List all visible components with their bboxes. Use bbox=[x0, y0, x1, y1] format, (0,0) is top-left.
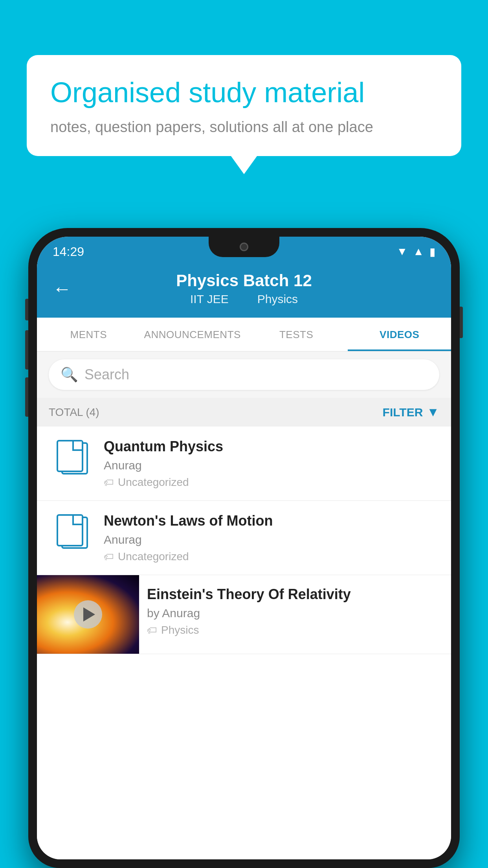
page-front bbox=[57, 514, 83, 546]
header-subtitle-part1: IIT JEE bbox=[190, 292, 229, 305]
speech-bubble-title: Organised study material bbox=[50, 75, 438, 109]
tab-videos[interactable]: VIDEOS bbox=[348, 318, 451, 351]
phone-shell: 14:29 ▼ ▲ ▮ ← Physics Batch 12 IIT JEE P… bbox=[28, 228, 460, 868]
total-label: TOTAL (4) bbox=[49, 406, 99, 419]
filter-funnel-icon: ▼ bbox=[427, 405, 439, 419]
header-title: Physics Batch 12 bbox=[176, 271, 312, 290]
back-button[interactable]: ← bbox=[53, 278, 72, 300]
video-list: Quantum Physics Anurag 🏷 Uncategorized bbox=[37, 427, 451, 859]
play-triangle-icon bbox=[83, 607, 95, 622]
page-front bbox=[57, 440, 83, 472]
tag-icon: 🏷 bbox=[147, 624, 157, 636]
folder-icon bbox=[57, 440, 88, 474]
video-author: by Anurag bbox=[147, 607, 443, 620]
search-container: 🔍 Search bbox=[37, 351, 451, 398]
signal-icon: ▲ bbox=[413, 245, 424, 258]
search-icon: 🔍 bbox=[61, 366, 78, 383]
document-icon-container bbox=[49, 440, 96, 474]
video-tag: 🏷 Uncategorized bbox=[104, 476, 439, 489]
tag-text: Uncategorized bbox=[118, 476, 189, 489]
filter-label: FILTER bbox=[383, 406, 423, 419]
header-subtitle: IIT JEE Physics bbox=[176, 292, 312, 306]
video-tag: 🏷 Physics bbox=[147, 624, 443, 636]
video-info: Quantum Physics Anurag 🏷 Uncategorized bbox=[104, 438, 439, 489]
tag-text: Physics bbox=[161, 624, 199, 636]
status-time: 14:29 bbox=[53, 245, 84, 259]
list-item[interactable]: Einstein's Theory Of Relativity by Anura… bbox=[37, 575, 451, 654]
video-author: Anurag bbox=[104, 533, 439, 546]
play-button[interactable] bbox=[74, 600, 102, 629]
search-bar[interactable]: 🔍 Search bbox=[49, 359, 439, 390]
header-bar-inner: ← Physics Batch 12 IIT JEE Physics bbox=[53, 271, 435, 306]
video-title: Newton's Laws of Motion bbox=[104, 513, 439, 529]
tab-bar: MENTS ANNOUNCEMENTS TESTS VIDEOS bbox=[37, 318, 451, 351]
notch bbox=[209, 237, 279, 257]
speech-bubble-container: Organised study material notes, question… bbox=[27, 55, 461, 156]
speech-bubble-subtitle: notes, question papers, solutions all at… bbox=[50, 119, 438, 136]
document-icon-container bbox=[49, 514, 96, 549]
header-subtitle-separator bbox=[241, 292, 248, 305]
front-camera bbox=[240, 243, 248, 251]
speech-bubble: Organised study material notes, question… bbox=[27, 55, 461, 156]
list-item[interactable]: Quantum Physics Anurag 🏷 Uncategorized bbox=[37, 427, 451, 501]
tag-icon: 🏷 bbox=[104, 551, 114, 563]
thumbnail-container bbox=[37, 575, 139, 654]
phone-side-btn-left2 bbox=[25, 330, 28, 370]
wifi-icon: ▼ bbox=[397, 245, 408, 258]
video-author: Anurag bbox=[104, 459, 439, 472]
tag-icon: 🏷 bbox=[104, 476, 114, 489]
phone-screen: 14:29 ▼ ▲ ▮ ← Physics Batch 12 IIT JEE P… bbox=[37, 237, 451, 859]
video-title: Quantum Physics bbox=[104, 438, 439, 455]
thumbnail-bg bbox=[37, 575, 139, 654]
video-info: Newton's Laws of Motion Anurag 🏷 Uncateg… bbox=[104, 513, 439, 563]
thumb-info: Einstein's Theory Of Relativity by Anura… bbox=[139, 575, 451, 647]
tag-text: Uncategorized bbox=[118, 550, 189, 563]
header-subtitle-part2: Physics bbox=[257, 292, 298, 305]
tab-announcements[interactable]: ANNOUNCEMENTS bbox=[140, 318, 245, 351]
phone-side-btn-right bbox=[460, 307, 463, 338]
tab-ments[interactable]: MENTS bbox=[37, 318, 140, 351]
status-icons: ▼ ▲ ▮ bbox=[397, 245, 435, 258]
folder-icon bbox=[57, 514, 88, 549]
battery-icon: ▮ bbox=[429, 245, 435, 258]
filter-button[interactable]: FILTER ▼ bbox=[383, 405, 439, 419]
filter-row: TOTAL (4) FILTER ▼ bbox=[37, 398, 451, 427]
phone-side-btn-left3 bbox=[25, 377, 28, 417]
search-placeholder[interactable]: Search bbox=[84, 366, 129, 383]
video-tag: 🏷 Uncategorized bbox=[104, 550, 439, 563]
list-item[interactable]: Newton's Laws of Motion Anurag 🏷 Uncateg… bbox=[37, 501, 451, 575]
header-bar: ← Physics Batch 12 IIT JEE Physics bbox=[37, 263, 451, 318]
video-title: Einstein's Theory Of Relativity bbox=[147, 586, 443, 603]
tab-tests[interactable]: TESTS bbox=[245, 318, 348, 351]
phone-side-btn-left1 bbox=[25, 299, 28, 320]
